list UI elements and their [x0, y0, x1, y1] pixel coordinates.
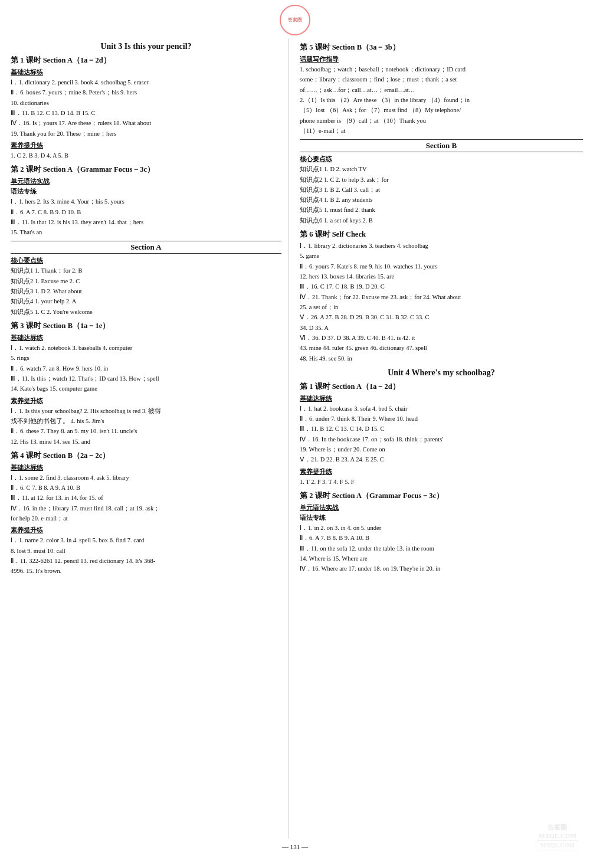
lesson4-line-2: Ⅱ．6. C 7. B 8. A 9. A 10. B — [11, 483, 281, 493]
watermark: 告案圈MXQE.COM MXQE.COM — [537, 823, 578, 850]
lesson4-suyang-3: Ⅱ．11. 322-6261 12. pencil 13. red dictio… — [11, 556, 281, 566]
right-column: 第 5 课时 Section B（3a－3b） 话题写作指导 1. school… — [289, 38, 590, 838]
u4-lesson2-header: 第 2 课时 Section A（Grammar Focus－3c） — [300, 491, 583, 501]
page: 答案圈 Unit 3 Is this your pencil? 第 1 课时 S… — [0, 0, 590, 868]
lesson4-suyang-1: Ⅰ．1. name 2. color 3. in 4. spell 5. box… — [11, 535, 281, 545]
page-number: — 131 — — [0, 843, 590, 850]
watermark-box: MXQE.COM — [537, 840, 578, 850]
stamp-text: 答案圈 — [288, 17, 302, 23]
lesson4-suyang-2: 8. lost 9. must 10. call — [11, 546, 281, 556]
lesson5-line-2: some；library；classroom；find；lose；must；th… — [300, 74, 583, 84]
u4-lesson1-line-3: Ⅲ．11. B 12. C 13. C 14. D 15. C — [300, 424, 583, 434]
lesson6-line-10: Ⅵ．36. D 37. D 38. A 39. C 40. B 41. is 4… — [300, 333, 583, 343]
lesson4-line-3: Ⅲ．11. at 12. for 13. in 14. for 15. of — [11, 493, 281, 503]
lesson4-suyang-title: 素养提升练 — [11, 526, 281, 535]
lesson2-danyuan-title: 单元语法实战 — [11, 177, 281, 186]
u4-lesson1-suyang-1: 1. T 2. F 3. T 4. F 5. F — [300, 477, 583, 487]
lesson3-suyang-1: Ⅰ．1. Is this your schoolbag? 2. His scho… — [11, 406, 281, 416]
lesson3-jichu-title: 基础达标练 — [11, 333, 281, 342]
lesson3-line-5: 14. Kate's bags 15. computer game — [11, 384, 281, 394]
lesson2-yufa-title: 语法专练 — [11, 187, 281, 196]
lesson6-line-9: 34. D 35. A — [300, 323, 583, 333]
u4-lesson2-line-1: Ⅰ．1. in 2. on 3. in 4. on 5. under — [300, 523, 583, 533]
lesson6-line-2: 5. game — [300, 251, 583, 261]
lesson3-line-3: Ⅱ．6. watch 7. an 8. How 9. hers 10. in — [11, 363, 281, 374]
u4-lesson1-line-6: Ⅴ．21. D 22. B 23. A 24. E 25. C — [300, 454, 583, 464]
lesson2-hexin-title: 核心要点练 — [11, 256, 281, 265]
lesson1-jichu-title: 基础达标练 — [11, 68, 281, 77]
lesson3-line-2: 5. rings — [11, 353, 281, 363]
lesson3-line-4: Ⅲ．11. Is this；watch 12. That's；ID card 1… — [11, 374, 281, 384]
two-column-layout: Unit 3 Is this your pencil? 第 1 课时 Secti… — [0, 6, 590, 838]
lesson4-jichu-title: 基础达标练 — [11, 463, 281, 472]
lesson5-line-6: phone number is （9）call；at （10）Thank you — [300, 116, 583, 126]
lesson1-line-3: 10. dictionaries — [11, 98, 281, 108]
zhishi-5: 知识点5 1. C 2. You're welcome — [11, 307, 281, 317]
lesson3-line-1: Ⅰ．1. watch 2. notebook 3. baseballs 4. c… — [11, 343, 281, 353]
lesson1-line-6: 19. Thank you for 20. These；mine；hers — [11, 129, 281, 139]
lesson6-line-7: 25. a set of；in — [300, 302, 583, 312]
stamp: 答案圈 — [280, 5, 310, 35]
lesson4-line-4: Ⅳ．16. in the；library 17. must find 18. c… — [11, 503, 281, 513]
lesson3-header: 第 3 课时 Section B（1a－1e） — [11, 321, 281, 331]
lesson4-header: 第 4 课时 Section B（2a－2c） — [11, 451, 281, 461]
lesson1-line-1: Ⅰ．1. dictionary 2. pencil 3. book 4. sch… — [11, 77, 281, 87]
lesson3-suyang-2: 找不到他的书包了。 4. his 5. Jim's — [11, 416, 281, 426]
unit3-title: Unit 3 Is this your pencil? — [11, 42, 281, 51]
lesson3-suyang-4: 12. His 13. mine 14. see 15. and — [11, 437, 281, 447]
u4-lesson2-yufa-title: 语法专练 — [300, 513, 583, 522]
r-zhishi-3: 知识点3 1. B 2. Call 3. call；at — [300, 185, 583, 195]
zhishi-1: 知识点1 1. Thank；for 2. B — [11, 266, 281, 276]
lesson5-line-1: 1. schoolbag；watch；baseball；notebook；dic… — [300, 64, 583, 74]
lesson2-header: 第 2 课时 Section A（Grammar Focus－3c） — [11, 165, 281, 175]
lesson2-section-a-title: Section A — [11, 241, 281, 254]
watermark-text: 告案圈MXQE.COM — [537, 823, 578, 839]
u4-lesson2-line-5: Ⅳ．16. Where are 17. under 18. on 19. The… — [300, 564, 583, 574]
r-zhishi-5: 知识点5 1. must find 2. thank — [300, 205, 583, 215]
lesson6-line-4: 12. hers 13. boxes 14. libraries 15. are — [300, 271, 583, 281]
u4-lesson1-line-4: Ⅳ．16. In the bookcase 17. on；sofa 18. th… — [300, 434, 583, 444]
lesson5-line-4: 2.（1）Is this （2）Are these （3）in the libr… — [300, 95, 583, 105]
u4-lesson1-jichu-title: 基础达标练 — [300, 394, 583, 403]
u4-lesson1-header: 第 1 课时 Section A（1a－2d） — [300, 382, 583, 392]
lesson1-line-2: Ⅱ．6. boxes 7. yours；mine 8. Peter's；his … — [11, 87, 281, 97]
zhishi-3: 知识点3 1. D 2. What about — [11, 286, 281, 296]
u4-lesson1-line-5: 19. Where is；under 20. Come on — [300, 444, 583, 454]
r-zhishi-6: 知识点6 1. a set of keys 2. B — [300, 215, 583, 225]
lesson4-line-1: Ⅰ．1. some 2. find 3. classroom 4. ask 5.… — [11, 473, 281, 483]
lesson5-line-5: （5）lost （6）Ask；for （7）must find （8）My te… — [300, 105, 583, 115]
lesson2-line-3: Ⅲ．11. Is that 12. is his 13. they aren't… — [11, 217, 281, 227]
r-zhishi-4: 知识点4 1. B 2. any students — [300, 195, 583, 205]
lesson6-line-3: Ⅱ．6. yours 7. Kate's 8. me 9. his 10. wa… — [300, 261, 583, 271]
lesson5-header: 第 5 课时 Section B（3a－3b） — [300, 42, 583, 53]
lesson4-suyang-4: 4996. 15. It's brown. — [11, 566, 281, 576]
lesson6-header: 第 6 课时 Self Check — [300, 230, 583, 240]
lesson5-line-7: （11）e-mail；at — [300, 126, 583, 136]
r-zhishi-2: 知识点2 1. C 2. to help 3. ask；for — [300, 175, 583, 185]
lesson3-suyang-title: 素养提升练 — [11, 397, 281, 405]
lesson6-line-1: Ⅰ．1. library 2. dictionaries 3. teachers… — [300, 241, 583, 251]
lesson6-line-11: 43. mine 44. ruler 45. green 46. diction… — [300, 343, 583, 353]
lesson2-line-4: 15. That's an — [11, 227, 281, 237]
u4-lesson2-danyuan-title: 单元语法实战 — [300, 503, 583, 512]
lesson4-line-5: for help 20. e-mail；at — [11, 513, 281, 523]
u4-lesson2-line-4: 14. Where is 15. Where are — [300, 553, 583, 564]
left-column: Unit 3 Is this your pencil? 第 1 课时 Secti… — [0, 38, 289, 838]
unit4-title: Unit 4 Where's my schoolbag? — [300, 368, 583, 378]
u4-lesson2-line-3: Ⅲ．11. on the sofa 12. under the table 13… — [300, 543, 583, 553]
u4-lesson1-line-1: Ⅰ．1. hat 2. bookcase 3. sofa 4. bed 5. c… — [300, 404, 583, 414]
lesson6-line-12: 48. His 49. see 50. in — [300, 353, 583, 363]
lesson2-line-2: Ⅱ．6. A 7. C 8. B 9. D 10. B — [11, 207, 281, 217]
lesson3-suyang-3: Ⅱ．6. these 7. They 8. an 9. my 10. isn't… — [11, 426, 281, 436]
u4-lesson1-suyang-title: 素养提升练 — [300, 467, 583, 476]
lesson5-hexin-title: 核心要点练 — [300, 155, 583, 163]
lesson2-line-1: Ⅰ．1. hers 2. Its 3. mine 4. Your；his 5. … — [11, 196, 281, 207]
zhishi-4: 知识点4 1. your help 2. A — [11, 296, 281, 306]
r-zhishi-1: 知识点1 1. D 2. watch TV — [300, 164, 583, 174]
lesson6-line-5: Ⅲ．16. C 17. C 18. B 19. D 20. C — [300, 281, 583, 291]
lesson1-header: 第 1 课时 Section A（1a－2d） — [11, 55, 281, 65]
u4-lesson2-line-2: Ⅱ．6. A 7. B 8. B 9. A 10. B — [300, 533, 583, 543]
u4-lesson1-line-2: Ⅱ．6. under 7. think 8. Their 9. Where 10… — [300, 414, 583, 424]
lesson1-line-5: Ⅳ．16. Is；yours 17. Are these；rulers 18. … — [11, 118, 281, 128]
lesson5-huoti-title: 话题写作指导 — [300, 55, 583, 64]
